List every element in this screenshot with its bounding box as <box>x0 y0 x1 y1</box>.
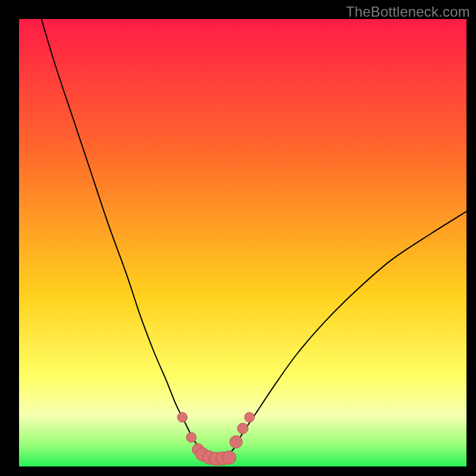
bottleneck-chart <box>19 19 466 466</box>
app-frame: TheBottleneck.com <box>0 0 476 476</box>
marker-dot <box>230 436 242 448</box>
marker-dot <box>245 412 255 422</box>
chart-container <box>19 19 466 466</box>
watermark-text: TheBottleneck.com <box>346 4 470 20</box>
marker-dot <box>177 412 187 422</box>
marker-dot <box>237 423 248 434</box>
marker-dot <box>223 451 236 465</box>
marker-dot <box>186 433 196 443</box>
gradient-background <box>19 19 466 466</box>
